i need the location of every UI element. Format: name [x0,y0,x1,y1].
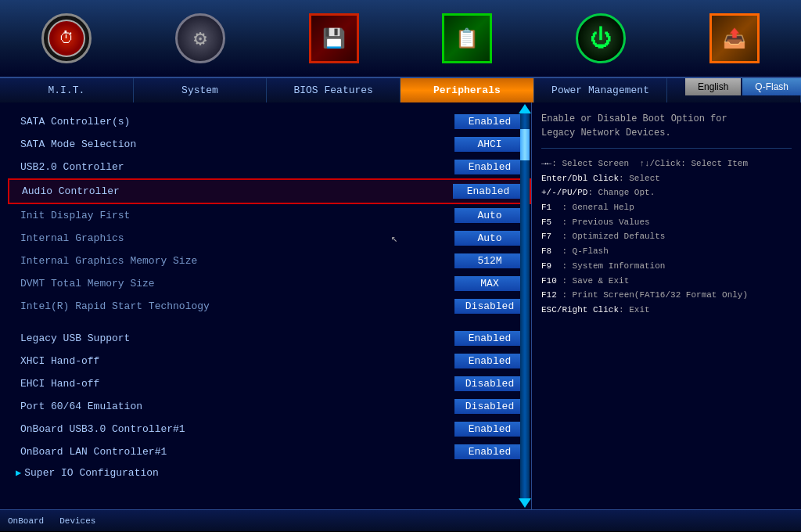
help-description: Enable or Disable Boot Option forLegacy … [541,112,792,149]
sata-controller-row[interactable]: SATA Controller(s) Enabled [8,110,531,133]
settings-list: SATA Controller(s) Enabled SATA Mode Sel… [0,110,531,483]
dvmt-value[interactable]: MAX [454,276,525,291]
header: ⏱ ⚙ 💾 📋 ⏻ 📤 [0,0,801,78]
usb3-row[interactable]: OnBoard USB3.0 Controller#1 Enabled [8,418,531,440]
rapid-start-label: Intel(R) Rapid Start Technology [20,300,454,312]
peripherals-header-icon[interactable]: 📋 [420,7,514,70]
key-plusminus: +/-/PU/PD [541,188,587,197]
tab-mit[interactable]: M.I.T. [0,78,134,102]
key-help-arrows: →←: Select Screen ↑↓/Click: Select Item [541,156,792,171]
qflash-button[interactable]: Q-Flash [742,78,801,95]
nav-tabs: M.I.T. System BIOS Features Peripherals … [0,78,801,102]
ehci-value[interactable]: Disabled [454,376,525,391]
legacy-usb-row[interactable]: Legacy USB Support Enabled [8,327,531,350]
dvmt-row[interactable]: DVMT Total Memory Size MAX [8,272,531,295]
ehci-row[interactable]: EHCI Hand-off Disabled [8,372,531,395]
save-header-icon[interactable]: 📤 [688,7,781,70]
internal-graphics-value[interactable]: Auto [454,231,525,246]
tab-bios[interactable]: BIOS Features [267,78,400,102]
dvmt-label: DVMT Total Memory Size [20,278,454,289]
key-help-f1: F1 : General Help [541,200,792,215]
init-display-value[interactable]: Auto [454,208,525,223]
bios-screen: ⏱ ⚙ 💾 📋 ⏻ 📤 M.I.T. System BIOS Features … [0,0,801,531]
sata-mode-value[interactable]: AHCI [454,137,525,152]
left-panel: SATA Controller(s) Enabled SATA Mode Sel… [0,102,532,509]
scroll-down-button[interactable] [519,498,531,508]
lan-row[interactable]: OnBoard LAN Controller#1 Enabled [8,440,531,463]
scroll-track[interactable] [520,113,530,498]
power-header-icon[interactable]: ⏻ [554,7,648,70]
main-content: SATA Controller(s) Enabled SATA Mode Sel… [0,102,801,509]
key-f10: F10 [541,276,557,286]
key-help-f9: F9 : System Information [541,259,792,274]
xhci-value[interactable]: Enabled [454,354,525,368]
rapid-start-row[interactable]: Intel(R) Rapid Start Technology Disabled [8,295,531,318]
rapid-start-value[interactable]: Disabled [454,299,525,314]
key-help-f10: F10 : Save & Exit [541,274,792,289]
sata-mode-label: SATA Mode Selection [20,138,454,150]
legacy-usb-label: Legacy USB Support [20,332,454,344]
lang-bar: English Q-Flash [685,78,801,95]
port6064-value[interactable]: Disabled [454,399,525,414]
legacy-usb-value[interactable]: Enabled [454,331,525,346]
igfx-mem-row[interactable]: Internal Graphics Memory Size 512M [8,250,531,272]
audio-controller-row[interactable]: Audio Controller Enabled [8,178,531,204]
bios-header-icon[interactable]: 💾 [287,7,381,70]
lan-value[interactable]: Enabled [454,444,525,459]
sata-controller-label: SATA Controller(s) [20,116,454,128]
key-f8: F8 [541,246,551,256]
init-display-row[interactable]: Init Display First Auto [8,204,531,227]
key-f5: F5 [541,217,551,227]
right-panel: Enable or Disable Boot Option forLegacy … [532,102,801,509]
usb3-label: OnBoard USB3.0 Controller#1 [20,423,454,435]
super-io-row[interactable]: ▶ Super IO Configuration [8,463,531,483]
sata-controller-value[interactable]: Enabled [454,114,525,129]
port6064-row[interactable]: Port 60/64 Emulation Disabled [8,395,531,418]
internal-graphics-label: Internal Graphics [20,232,454,244]
system-header-icon[interactable]: ⚙ [153,7,247,70]
key-arrows: →← [541,159,551,168]
usb3-value[interactable]: Enabled [454,422,525,437]
usb2-row[interactable]: USB2.0 Controller Enabled [8,156,531,178]
mit-header-icon[interactable]: ⏱ [20,7,113,70]
key-help-plusminus: +/-/PU/PD: Change Opt. [541,185,792,200]
key-help-enter: Enter/Dbl Click: Select [541,171,792,186]
english-button[interactable]: English [685,78,741,95]
audio-controller-value[interactable]: Enabled [453,184,523,199]
key-help-f8: F8 : Q-Flash [541,244,792,259]
igfx-mem-label: Internal Graphics Memory Size [20,255,454,267]
sata-mode-row[interactable]: SATA Mode Selection AHCI [8,133,531,156]
key-esc: ESC/Right Click [541,305,619,315]
bottom-devices: Devices [59,516,95,526]
key-help-esc: ESC/Right Click: Exit [541,303,792,318]
nav-wrapper: M.I.T. System BIOS Features Peripherals … [0,78,801,102]
key-help-f7: F7 : Optimized Defaults [541,229,792,244]
usb2-value[interactable]: Enabled [454,160,525,174]
super-io-label: Super IO Configuration [24,467,525,479]
key-help-section: →←: Select Screen ↑↓/Click: Select Item … [541,156,792,318]
tab-system[interactable]: System [134,78,268,102]
port6064-label: Port 60/64 Emulation [20,401,454,412]
scroll-thumb[interactable] [520,129,530,160]
spacer-1 [8,318,531,327]
ehci-label: EHCI Hand-off [20,378,454,390]
scrollbar [519,102,531,509]
tab-power[interactable]: Power Management [534,78,668,102]
xhci-row[interactable]: XHCI Hand-off Enabled [8,350,531,372]
tab-peripherals[interactable]: Peripherals [400,78,534,102]
lan-label: OnBoard LAN Controller#1 [20,446,454,458]
internal-graphics-row[interactable]: Internal Graphics ↖ Auto [8,227,531,250]
igfx-mem-value[interactable]: 512M [454,253,525,268]
key-f7: F7 [541,232,551,241]
audio-controller-label: Audio Controller [22,185,453,197]
scroll-up-button[interactable] [519,104,531,113]
usb2-label: USB2.0 Controller [20,161,454,173]
cursor-indicator: ↖ [391,232,397,245]
xhci-label: XHCI Hand-off [20,355,454,367]
bottom-onboard: OnBoard [8,516,44,526]
key-help-f5: F5 : Previous Values [541,215,792,230]
key-enter: Enter/Dbl Click [541,174,619,183]
key-help-f12: F12 : Print Screen(FAT16/32 Format Only) [541,288,792,303]
key-f1: F1 [541,203,551,212]
bottom-bar: OnBoard Devices [0,509,801,531]
